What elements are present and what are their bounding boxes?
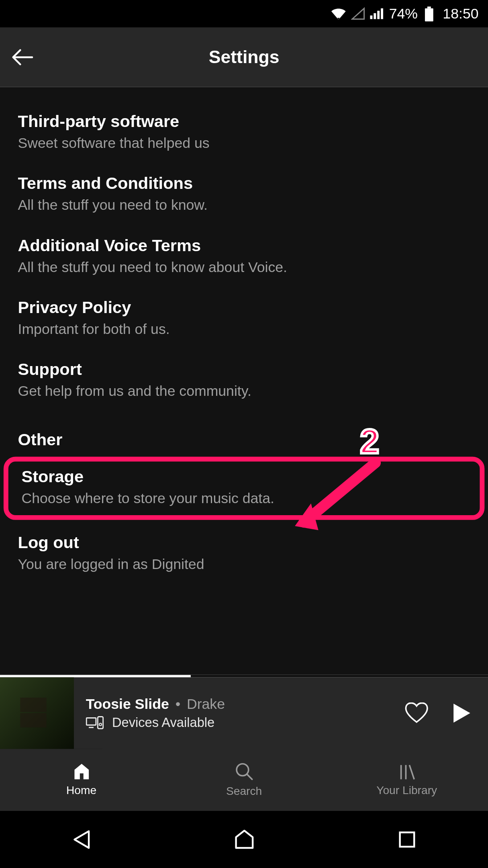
settings-item-title: Additional Voice Terms (18, 236, 470, 255)
svg-rect-5 (98, 717, 103, 729)
settings-item-title: Log out (18, 533, 470, 552)
home-outline-icon (232, 829, 256, 850)
tab-label: Your Library (376, 784, 437, 797)
tab-search[interactable]: Search (163, 749, 325, 811)
play-icon[interactable] (452, 702, 471, 724)
section-header-other: Other (0, 413, 488, 454)
search-icon (235, 762, 253, 781)
album-art (0, 678, 74, 749)
svg-line-8 (247, 774, 252, 779)
bottom-nav: Home Search Your Library (0, 749, 488, 811)
now-playing-info: Toosie Slide • Drake Devices Available (74, 696, 405, 731)
square-icon (397, 830, 416, 849)
wifi-icon (329, 6, 347, 21)
back-button[interactable] (11, 45, 35, 69)
settings-item-sub: Important for both of us. (18, 321, 470, 338)
cell-empty-icon (351, 7, 365, 20)
settings-list: Third-party software Sweet software that… (0, 87, 488, 678)
annotation-number: 2 (360, 421, 379, 461)
settings-item-sub: All the stuff you need to know. (18, 197, 470, 214)
android-status-bar: 74% 18:50 (0, 0, 488, 27)
svg-line-11 (409, 765, 414, 780)
settings-item-privacy[interactable]: Privacy Policy Important for both of us. (0, 289, 488, 350)
now-playing-artist: Drake (187, 696, 225, 712)
svg-point-7 (236, 764, 248, 776)
cell-signal-icon (369, 7, 383, 20)
settings-item-title: Third-party software (18, 112, 470, 131)
now-playing-bar[interactable]: Toosie Slide • Drake Devices Available (0, 678, 488, 749)
tab-library[interactable]: Your Library (325, 749, 488, 811)
android-system-nav (0, 811, 488, 868)
settings-item-terms[interactable]: Terms and Conditions All the stuff you n… (0, 165, 488, 227)
system-recent-button[interactable] (371, 821, 443, 857)
devices-available-label: Devices Available (112, 715, 214, 731)
home-icon (72, 763, 91, 781)
settings-item-title: Support (18, 360, 470, 379)
settings-item-sub: All the stuff you need to know about Voi… (18, 259, 470, 276)
settings-item-storage[interactable]: Storage Choose where to store your music… (4, 457, 484, 520)
settings-item-title: Terms and Conditions (18, 174, 470, 193)
svg-point-6 (99, 723, 102, 726)
svg-rect-12 (400, 832, 414, 847)
app-header: Settings (0, 27, 488, 87)
now-playing-song: Toosie Slide (86, 696, 169, 712)
status-time: 18:50 (443, 5, 478, 22)
settings-item-sub: You are logged in as Dignited (18, 556, 470, 573)
heart-icon[interactable] (405, 702, 429, 724)
system-home-button[interactable] (208, 821, 280, 857)
triangle-back-icon (71, 829, 92, 850)
settings-item-sub: Get help from us and the community. (18, 383, 470, 400)
settings-item-voice-terms[interactable]: Additional Voice Terms All the stuff you… (0, 227, 488, 289)
settings-item-logout[interactable]: Log out You are logged in as Dignited (0, 524, 488, 585)
page-title: Settings (0, 47, 488, 67)
devices-icon (86, 716, 104, 729)
battery-icon (424, 6, 435, 22)
settings-item-title: Privacy Policy (18, 298, 470, 317)
settings-item-third-party[interactable]: Third-party software Sweet software that… (0, 102, 488, 164)
tab-label: Home (66, 784, 96, 797)
svg-rect-3 (86, 718, 96, 725)
arrow-left-icon (12, 49, 33, 66)
system-back-button[interactable] (46, 821, 117, 857)
svg-rect-1 (427, 6, 431, 8)
tab-label: Search (226, 785, 262, 798)
library-icon (397, 763, 416, 781)
settings-item-sub: Sweet software that helped us (18, 135, 470, 151)
now-playing-separator: • (176, 696, 180, 712)
settings-item-title: Storage (21, 467, 466, 486)
battery-percent: 74% (389, 5, 418, 22)
settings-item-support[interactable]: Support Get help from us and the communi… (0, 350, 488, 412)
status-icons (329, 6, 383, 21)
tab-home[interactable]: Home (0, 749, 163, 811)
settings-item-sub: Choose where to store your music data. (21, 490, 466, 507)
